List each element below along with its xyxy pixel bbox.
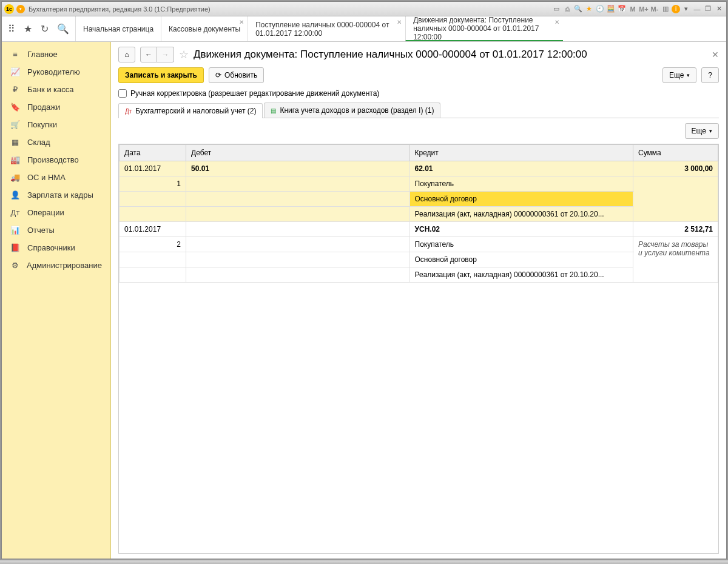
cell-debit: 50.01 — [186, 161, 410, 176]
table-row[interactable]: 01.01.201750.0162.013 000,00 — [120, 161, 718, 176]
top-tab[interactable]: Движения документа: Поступление наличных… — [405, 16, 563, 41]
help-button[interactable]: ? — [701, 67, 719, 83]
chevron-down-icon: ▾ — [687, 72, 690, 78]
sidebar-item-label: Главное — [27, 50, 58, 59]
sidebar-item-icon: 👤 — [10, 190, 20, 200]
memory-mminus-icon[interactable]: М- — [650, 4, 659, 14]
sidebar-item-label: Производство — [27, 155, 79, 164]
page-title: Движения документа: Поступление наличных… — [194, 49, 587, 61]
table-subrow[interactable]: 1Покупатель — [120, 176, 718, 192]
cell-credit-sub[interactable]: Покупатель — [410, 176, 633, 192]
table-subrow[interactable]: Реализация (акт, накладная) 00000000361 … — [120, 267, 718, 283]
sidebar-item[interactable]: 🛒Покупки — [2, 116, 110, 133]
col-header-date[interactable]: Дата — [120, 145, 186, 161]
panel-layout-icon[interactable]: ▥ — [661, 4, 670, 14]
sidebar-item[interactable]: ≡Главное — [2, 45, 110, 63]
refresh-icon: ⟳ — [215, 71, 221, 79]
sidebar-item-icon: 📊 — [10, 226, 20, 235]
calendar-icon[interactable]: 📅 — [617, 4, 627, 14]
sidebar-item[interactable]: ₽Банк и касса — [2, 81, 110, 98]
favorites-icon[interactable]: ★ — [584, 4, 594, 14]
app-menu-dropdown-icon[interactable]: ▾ — [16, 5, 25, 13]
top-tab[interactable]: Кассовые документы✕ — [161, 16, 248, 41]
tab-close-icon[interactable]: ✕ — [239, 19, 244, 25]
sidebar-item[interactable]: 📊Отчеты — [2, 221, 110, 239]
back-button[interactable]: ← — [140, 47, 157, 62]
tab-close-icon[interactable]: ✕ — [397, 19, 402, 25]
save-and-close-button[interactable]: Записать и закрыть — [118, 67, 204, 83]
cell-credit: УСН.02 — [410, 222, 633, 237]
close-icon[interactable]: ✕ — [714, 4, 724, 14]
sidebar-item[interactable]: 🔖Продажи — [2, 98, 110, 116]
forward-button[interactable]: → — [157, 47, 174, 62]
sidebar-item-label: Справочники — [27, 243, 75, 252]
cell-credit-sub[interactable]: Реализация (акт, накладная) 00000000361 … — [410, 267, 633, 283]
col-header-sum[interactable]: Сумма — [633, 145, 718, 161]
close-page-icon[interactable]: ✕ — [712, 50, 719, 59]
col-header-debit[interactable]: Дебет — [186, 145, 410, 161]
inner-tab[interactable]: ▤Книга учета доходов и расходов (раздел … — [264, 102, 440, 118]
table-subrow[interactable]: Основной договор — [120, 192, 718, 207]
cell-sum: 3 000,00 — [633, 161, 718, 176]
table-subrow[interactable]: Реализация (акт, накладная) 00000000361 … — [120, 207, 718, 222]
sidebar-item[interactable]: ДтОперации — [2, 204, 110, 221]
refresh-button[interactable]: ⟳Обновить — [209, 67, 264, 83]
tab-close-icon[interactable]: ✕ — [554, 19, 559, 25]
sidebar-item[interactable]: 🚚ОС и НМА — [2, 169, 110, 186]
manual-edit-checkbox[interactable] — [118, 89, 127, 98]
memory-mplus-icon[interactable]: М+ — [639, 4, 649, 14]
sidebar-item[interactable]: 📕Справочники — [2, 239, 110, 257]
calculator-icon[interactable]: 🧮 — [606, 4, 616, 14]
sidebar: ≡Главное📈Руководителю₽Банк и касса🔖Прода… — [2, 42, 111, 559]
cell-credit-sub[interactable]: Реализация (акт, накладная) 00000000361 … — [410, 207, 633, 222]
chevron-down-icon: ▾ — [709, 128, 712, 134]
sidebar-item-icon: 🏭 — [10, 155, 20, 164]
memory-m-icon[interactable]: М — [628, 4, 638, 14]
sidebar-item-label: ОС и НМА — [27, 173, 66, 182]
cell-debit — [186, 222, 410, 237]
search-icon[interactable]: 🔍 — [57, 23, 69, 35]
favorite-star-icon[interactable]: ☆ — [179, 48, 189, 61]
info-icon[interactable]: i — [672, 5, 680, 13]
inner-tab[interactable]: ДтБухгалтерский и налоговый учет (2) — [118, 103, 263, 118]
cell-row-number: 1 — [120, 176, 186, 192]
cell-date: 01.01.2017 — [120, 222, 186, 237]
sidebar-item-label: Руководителю — [27, 67, 80, 76]
maximize-icon[interactable]: ❐ — [703, 4, 713, 14]
home-button[interactable]: ⌂ — [118, 47, 135, 62]
toolbar-icon[interactable]: 🔍 — [573, 4, 583, 14]
table-subrow[interactable]: Основной договор — [120, 252, 718, 267]
cell-sum: 2 512,71 — [633, 222, 718, 237]
table-subrow[interactable]: 2ПокупательРасчеты за товары и услуги ко… — [120, 237, 718, 252]
top-tab[interactable]: Поступление наличных 0000-000004 от 01.0… — [248, 16, 405, 41]
sidebar-item-label: Операции — [27, 208, 64, 217]
cell-credit-sub[interactable]: Покупатель — [410, 237, 633, 252]
toolbar-icon[interactable]: ⎙ — [562, 4, 572, 14]
sidebar-item-icon: ⚙ — [10, 261, 19, 270]
sidebar-item[interactable]: 👤Зарплата и кадры — [2, 186, 110, 204]
top-tab[interactable]: Начальная страница — [75, 16, 161, 41]
sidebar-item[interactable]: ▦Склад — [2, 133, 110, 151]
dropdown-icon[interactable]: ▾ — [681, 4, 691, 14]
sidebar-item-icon: 🔖 — [10, 102, 20, 112]
table-row[interactable]: 01.01.2017УСН.022 512,71 — [120, 222, 718, 237]
cell-credit-sub[interactable]: Основной договор — [410, 252, 633, 267]
col-header-credit[interactable]: Кредит — [410, 145, 633, 161]
apps-grid-icon[interactable]: ⠿ — [8, 23, 15, 35]
history-icon[interactable]: ↻ — [41, 23, 49, 35]
sidebar-item-label: Отчеты — [27, 226, 55, 235]
more-button[interactable]: Еще ▾ — [662, 67, 696, 83]
sidebar-item[interactable]: 📈Руководителю — [2, 63, 110, 81]
sidebar-item-label: Банк и касса — [27, 85, 74, 94]
sidebar-item-icon: Дт — [10, 208, 20, 217]
toolbar-icon[interactable]: ▭ — [551, 4, 561, 14]
sidebar-item-label: Склад — [27, 138, 50, 147]
cell-credit-sub[interactable]: Основной договор — [410, 192, 633, 207]
toolbar-icon[interactable]: 🕘 — [595, 4, 605, 14]
star-icon[interactable]: ★ — [24, 23, 32, 35]
sidebar-item-icon: 📕 — [10, 243, 20, 252]
minimize-icon[interactable]: — — [692, 4, 702, 14]
table-more-button[interactable]: Еще ▾ — [685, 123, 719, 139]
sidebar-item[interactable]: ⚙Администрирование — [2, 257, 110, 274]
sidebar-item[interactable]: 🏭Производство — [2, 151, 110, 169]
